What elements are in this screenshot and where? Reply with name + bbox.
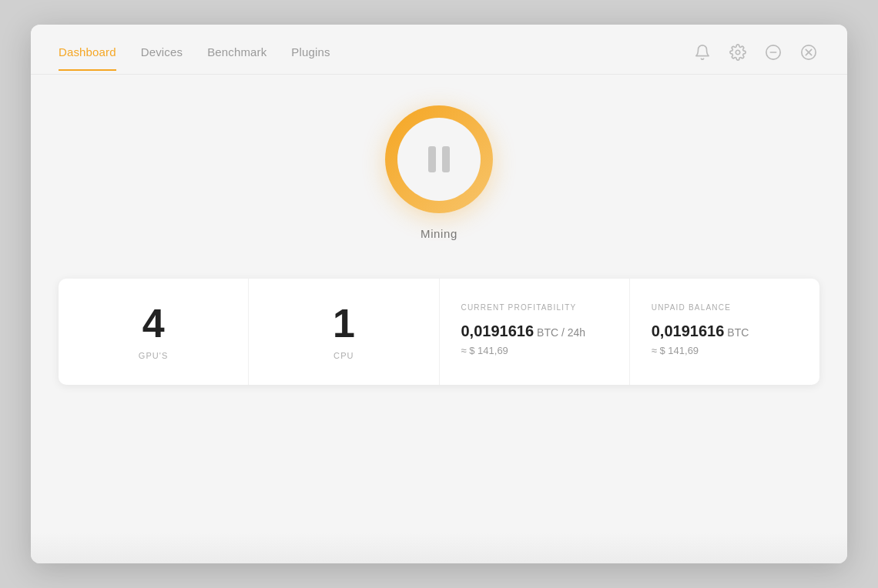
gpu-card: 4 GPU'S [59, 279, 249, 385]
pause-bar-left [428, 146, 436, 172]
profitability-title: CURRENT PROFITABILITY [461, 303, 577, 312]
cpu-label: CPU [333, 351, 354, 360]
nav-item-dashboard[interactable]: Dashboard [59, 45, 116, 71]
nav-left: Dashboard Devices Benchmark Plugins [59, 45, 330, 71]
mining-btn-inner [397, 118, 481, 201]
balance-value: 0,0191616BTC [652, 322, 749, 340]
mining-status-label: Mining [421, 227, 457, 240]
nav-item-plugins[interactable]: Plugins [291, 45, 330, 71]
pause-icon [428, 146, 450, 172]
profitability-card: CURRENT PROFITABILITY 0,0191616BTC / 24h… [440, 279, 630, 385]
nav-item-devices[interactable]: Devices [141, 45, 183, 71]
balance-approx: ≈ $ 141,69 [652, 345, 699, 356]
minimize-icon[interactable] [762, 42, 784, 63]
cpu-card: 1 CPU [249, 279, 439, 385]
bottom-fade [31, 533, 847, 563]
gpu-label: GPU'S [139, 351, 169, 360]
profitability-value: 0,0191616BTC / 24h [461, 322, 586, 340]
mining-toggle-button[interactable] [385, 105, 493, 213]
main-content: Mining 4 GPU'S 1 CPU CURRENT PROFITABILI… [31, 75, 847, 533]
stats-row: 4 GPU'S 1 CPU CURRENT PROFITABILITY 0,01… [59, 279, 819, 385]
cpu-count: 1 [333, 303, 355, 343]
gear-icon[interactable] [727, 42, 749, 63]
nav-bar: Dashboard Devices Benchmark Plugins [31, 25, 847, 74]
profitability-unit: BTC / 24h [537, 326, 585, 339]
nav-right [692, 42, 819, 74]
close-icon[interactable] [798, 42, 819, 63]
nav-item-benchmark[interactable]: Benchmark [207, 45, 266, 71]
balance-card: UNPAID BALANCE 0,0191616BTC ≈ $ 141,69 [630, 279, 819, 385]
mining-section: Mining [385, 105, 493, 240]
bell-icon[interactable] [692, 42, 713, 63]
app-window: Dashboard Devices Benchmark Plugins [31, 25, 847, 563]
profitability-approx: ≈ $ 141,69 [461, 345, 508, 356]
svg-point-0 [736, 50, 740, 55]
balance-unit: BTC [727, 326, 749, 339]
balance-title: UNPAID BALANCE [652, 303, 731, 312]
pause-bar-right [442, 146, 450, 172]
gpu-count: 4 [142, 303, 165, 343]
